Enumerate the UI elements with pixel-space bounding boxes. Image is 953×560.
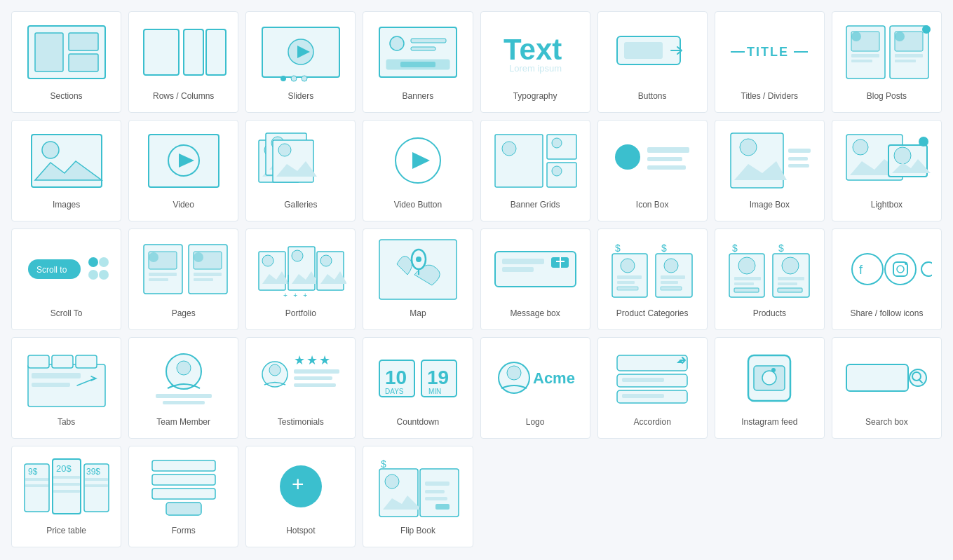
widget-lightbox[interactable]: Lightbox [832, 120, 942, 221]
widget-message-box[interactable]: Message box [480, 228, 590, 330]
svg-text:$: $ [732, 243, 738, 254]
widget-sections[interactable]: Sections [11, 11, 121, 113]
hotspot-label: Hotspot [286, 526, 315, 537]
svg-point-72 [88, 257, 98, 267]
svg-point-142 [177, 361, 191, 375]
widget-accordion[interactable]: Accordion [597, 337, 708, 439]
svg-point-83 [194, 252, 203, 262]
svg-rect-137 [52, 355, 73, 368]
widget-products[interactable]: $ $ Products [715, 228, 825, 330]
forms-icon [138, 453, 229, 520]
widget-hotspot[interactable]: + Hotspot [245, 446, 356, 547]
typography-label: Typography [513, 91, 557, 102]
svg-point-108 [621, 259, 635, 273]
svg-point-128 [852, 254, 883, 285]
flip-book-icon: $ [372, 453, 464, 520]
widget-typography[interactable]: Text Lorem ipsum Typography [480, 11, 590, 113]
sections-label: Sections [50, 91, 83, 102]
widget-galleries[interactable]: Galleries [245, 120, 356, 221]
sliders-icon [255, 19, 346, 86]
widget-banner-grids[interactable]: Banner Grids [480, 120, 590, 221]
widget-countdown[interactable]: 10 DAYS 19 MIN Countdown [363, 337, 473, 439]
svg-point-8 [281, 76, 286, 81]
sections-icon [21, 19, 112, 86]
widget-search-box[interactable]: Search box [832, 337, 942, 439]
testimonials-label: Testimonials [278, 417, 324, 428]
product-categories-icon: $ $ [607, 236, 698, 303]
svg-point-196 [385, 474, 399, 489]
sliders-label: Sliders [288, 91, 313, 102]
svg-point-66 [853, 139, 868, 155]
svg-rect-150 [294, 369, 339, 374]
lightbox-icon [841, 128, 932, 194]
widget-images[interactable]: Images [11, 120, 121, 221]
svg-rect-30 [851, 60, 872, 62]
svg-point-130 [885, 254, 916, 285]
svg-point-68 [919, 137, 928, 146]
widget-forms[interactable]: Forms [128, 446, 238, 547]
team-member-label: Team Member [156, 417, 210, 428]
widget-team-member[interactable]: Team Member [128, 337, 238, 439]
svg-rect-79 [149, 273, 177, 276]
svg-point-120 [738, 257, 755, 274]
widget-buttons[interactable]: Buttons [597, 11, 708, 113]
svg-rect-63 [788, 157, 808, 161]
widget-banners[interactable]: Banners [363, 11, 473, 113]
widget-sliders[interactable]: Sliders [245, 11, 356, 113]
svg-rect-125 [778, 277, 804, 280]
widget-video-button[interactable]: Video Button [363, 120, 473, 221]
widget-tabs[interactable]: Tabs [11, 337, 121, 439]
svg-rect-62 [788, 149, 811, 153]
widget-map[interactable]: Map [363, 228, 473, 330]
widget-blog-posts[interactable]: Blog Posts [832, 11, 942, 113]
svg-rect-110 [617, 281, 635, 284]
pages-icon [138, 236, 229, 303]
widget-product-categories[interactable]: $ $ Product Categories [597, 228, 708, 330]
svg-rect-123 [734, 288, 759, 292]
products-label: Products [753, 308, 786, 320]
widget-pages[interactable]: Pages [128, 228, 238, 330]
search-box-label: Search box [865, 417, 908, 428]
svg-rect-113 [661, 275, 685, 279]
svg-point-73 [99, 257, 109, 267]
svg-rect-50 [495, 135, 543, 187]
svg-point-78 [149, 252, 158, 262]
svg-point-132 [897, 266, 904, 273]
video-icon [138, 128, 229, 194]
widget-price-table[interactable]: 9$ 20$ 39$ Price table [11, 446, 121, 547]
widget-image-box[interactable]: Image Box [715, 120, 825, 221]
widget-instagram-feed[interactable]: Instagram feed [715, 337, 825, 439]
svg-rect-85 [194, 278, 213, 281]
instagram-feed-icon [724, 345, 815, 411]
svg-rect-109 [617, 275, 642, 279]
widget-icon-box[interactable]: Icon Box [597, 120, 708, 221]
svg-rect-152 [294, 383, 336, 387]
svg-text:★: ★ [306, 353, 318, 367]
widget-logo[interactable]: Acme Logo [480, 337, 590, 439]
svg-point-28 [851, 32, 861, 41]
widget-testimonials[interactable]: ★ ★ ★ Testimonials [245, 337, 356, 439]
widget-rows-columns[interactable]: Rows / Columns [128, 11, 238, 113]
flip-book-label: Flip Book [400, 526, 435, 537]
svg-rect-1 [35, 33, 63, 71]
svg-rect-57 [647, 147, 689, 153]
svg-rect-190 [152, 489, 215, 499]
blog-posts-icon [841, 19, 932, 86]
widget-flip-book[interactable]: $ Flip Book [363, 446, 473, 547]
message-box-label: Message box [510, 308, 560, 320]
widget-portfolio[interactable]: + + + Portfolio [245, 228, 356, 330]
svg-point-87 [262, 255, 273, 266]
svg-rect-18 [400, 62, 435, 67]
widget-titles-dividers[interactable]: TITLE Titles / Dividers [715, 11, 825, 113]
widget-video[interactable]: Video [128, 120, 238, 221]
svg-point-133 [905, 262, 907, 265]
svg-rect-115 [661, 287, 682, 290]
search-box-icon [841, 345, 932, 411]
svg-text:DAYS: DAYS [385, 388, 404, 395]
svg-text:39$: 39$ [86, 467, 100, 477]
widget-share-follow[interactable]: f Share / follow icons [832, 228, 942, 330]
video-button-label: Video Button [394, 200, 442, 211]
widget-scroll-to[interactable]: Scroll to Scroll To [11, 228, 121, 330]
svg-rect-144 [163, 401, 205, 404]
svg-rect-121 [734, 277, 761, 280]
